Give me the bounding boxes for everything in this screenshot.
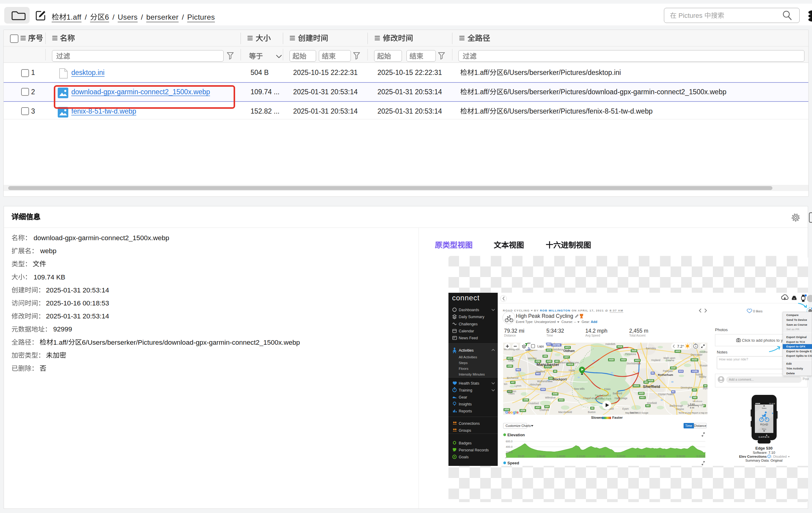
svg-text:Export Original: Export Original: [786, 336, 807, 339]
svg-text:Elev Corrections: Elev Corrections: [739, 455, 767, 458]
svg-text:Disabled: Disabled: [773, 455, 787, 458]
svg-text:Software: 7.10: Software: 7.10: [753, 451, 775, 454]
svg-text:Edit: Edit: [786, 362, 792, 365]
svg-text:?: ?: [768, 455, 770, 458]
svg-text:Send To Device: Send To Device: [786, 319, 807, 322]
svg-text:Trim Activity: Trim Activity: [786, 367, 803, 370]
svg-text:Set as PR: Set as PR: [786, 328, 799, 331]
svg-text:Export to TCX: Export to TCX: [786, 340, 805, 343]
svg-text:Export Splits to CSV: Export Splits to CSV: [786, 354, 812, 357]
svg-text:Export to GPX: Export to GPX: [786, 345, 806, 348]
svg-text:Save as Course: Save as Course: [786, 323, 807, 326]
svg-text:Compare: Compare: [786, 313, 799, 316]
svg-text:Edge 530: Edge 530: [755, 446, 773, 450]
svg-text:Delete: Delete: [786, 372, 795, 375]
svg-text:Summary Data: Original: Summary Data: Original: [746, 459, 783, 462]
svg-text:Export to Google Earth: Export to Google Earth: [786, 350, 812, 353]
